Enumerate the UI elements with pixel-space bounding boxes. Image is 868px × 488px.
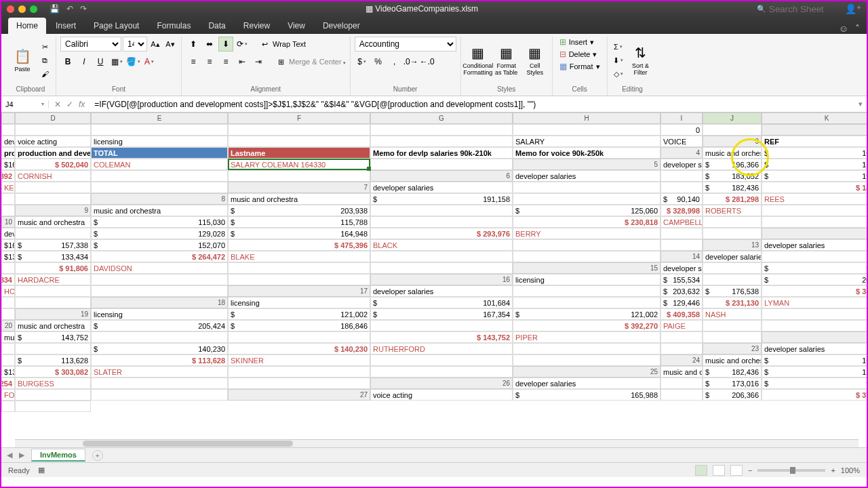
cell[interactable]: $176,538 (703, 285, 762, 297)
col-header[interactable]: H (513, 113, 660, 124)
page-layout-view-icon[interactable] (713, 465, 725, 476)
cell[interactable]: $165,988 (513, 389, 660, 401)
cell[interactable] (513, 124, 660, 136)
paste-button[interactable]: 📋Paste (9, 43, 35, 77)
cell[interactable]: licensing (513, 274, 660, 285)
cell[interactable]: $ 293,976 (370, 228, 513, 239)
align-center-icon[interactable]: ≡ (202, 54, 217, 69)
row-header[interactable]: 14 (660, 251, 703, 262)
cell[interactable] (1, 193, 15, 205)
cell[interactable]: $182,436 (703, 182, 762, 193)
tab-page-layout[interactable]: Page Layout (85, 18, 147, 34)
cell[interactable]: $121,002 (513, 308, 660, 320)
cell[interactable]: developer salaries (703, 251, 762, 262)
cell[interactable] (15, 389, 91, 401)
row-header[interactable]: 5 (513, 159, 660, 170)
active-cell[interactable]: SALARY COLEMAN 164330 (228, 159, 370, 170)
cell[interactable] (228, 274, 370, 285)
cell[interactable] (513, 343, 660, 354)
cell[interactable]: $101,684 (370, 297, 513, 308)
table-header[interactable]: TOTAL (91, 147, 228, 159)
cell[interactable] (370, 366, 513, 378)
row-header[interactable]: 27 (228, 389, 370, 401)
cell[interactable]: $203,632 (660, 285, 703, 297)
cell[interactable] (513, 239, 660, 251)
row-header[interactable]: 15 (513, 262, 660, 274)
cell[interactable]: SKINNER (228, 354, 370, 366)
cell[interactable]: BLACK (370, 239, 513, 251)
row-header[interactable]: 18 (91, 297, 228, 308)
cell[interactable]: $ 524,392 (1, 170, 15, 182)
cell[interactable]: NASH (703, 308, 762, 320)
col-header[interactable]: F (228, 113, 370, 124)
cell[interactable] (703, 124, 762, 136)
horizontal-scrollbar[interactable] (15, 439, 859, 447)
cell[interactable]: $164,948 (228, 228, 370, 239)
tab-developer[interactable]: Developer (315, 18, 368, 34)
cell[interactable]: $ 140,230 (228, 343, 370, 354)
cell[interactable] (91, 331, 228, 343)
comma-icon[interactable]: , (387, 54, 402, 69)
row-header[interactable]: 17 (228, 285, 370, 297)
cell[interactable]: $91,114 (762, 378, 867, 389)
insert-cells-button[interactable]: ⊞Insert ▾ (557, 37, 597, 47)
row-header[interactable]: 23 (703, 343, 762, 354)
cell[interactable] (91, 389, 228, 401)
cell[interactable] (762, 251, 867, 262)
cell[interactable] (91, 378, 228, 389)
cell[interactable] (228, 331, 370, 343)
cell[interactable]: CAMPBELL (660, 216, 703, 228)
cell[interactable]: LYMAN (762, 297, 867, 308)
cell[interactable] (15, 297, 91, 308)
cell[interactable]: developer salaries (370, 285, 513, 297)
row-header[interactable]: 4 (660, 147, 703, 159)
cell[interactable]: $152,070 (91, 239, 228, 251)
cell[interactable]: $183,052 (703, 170, 762, 182)
cell[interactable] (513, 193, 660, 205)
cell[interactable]: $155,534 (762, 159, 867, 170)
expand-formula-icon[interactable]: ▾ (854, 100, 867, 108)
scrollbar-thumb[interactable] (83, 441, 293, 447)
cell[interactable]: music and orchestra (228, 193, 370, 205)
row-header[interactable]: 22 (762, 331, 867, 343)
cell[interactable] (703, 216, 762, 228)
cell[interactable] (1, 308, 15, 320)
select-all-corner[interactable] (1, 113, 15, 124)
row-header[interactable]: 19 (15, 308, 91, 320)
cell[interactable] (762, 308, 867, 320)
cell[interactable]: FORSYTH (1, 389, 15, 401)
maximize-icon[interactable] (30, 5, 37, 13)
underline-button[interactable]: U (93, 54, 108, 69)
cell[interactable] (370, 136, 513, 147)
cell[interactable] (703, 274, 762, 285)
cell[interactable] (370, 320, 513, 331)
cell[interactable]: $191,158 (762, 170, 867, 182)
cell[interactable]: developer salaries (513, 170, 660, 182)
cell[interactable]: voice acting (370, 389, 513, 401)
cell[interactable] (660, 228, 703, 239)
cell[interactable]: $206,366 (703, 389, 762, 401)
cell[interactable]: KELLY (1, 182, 15, 193)
row-header[interactable]: 2 (762, 124, 867, 136)
cell[interactable]: PAIGE (660, 320, 703, 331)
spreadsheet-grid[interactable]: DEFGHIJK102developer salariesvoice actin… (1, 113, 867, 447)
tab-data[interactable]: Data (200, 18, 233, 34)
cell[interactable] (1, 124, 15, 136)
cell[interactable] (228, 366, 370, 378)
cell[interactable] (228, 262, 370, 274)
cell[interactable]: $ 475,396 (228, 239, 370, 251)
cell[interactable]: BLAKE (228, 251, 370, 262)
cell[interactable]: voice acting (15, 136, 91, 147)
cell[interactable] (762, 205, 867, 216)
cell[interactable]: $133,434 (15, 251, 91, 262)
col-header[interactable]: E (91, 113, 228, 124)
increase-font-icon[interactable]: A▴ (149, 38, 162, 50)
cell[interactable]: $165,988 (1, 239, 15, 251)
cut-icon[interactable]: ✂ (38, 41, 52, 53)
cell[interactable] (91, 124, 228, 136)
cell[interactable]: music and orchestra (660, 366, 703, 378)
cell[interactable]: $ 281,298 (703, 193, 762, 205)
undo-icon[interactable]: ↶ (66, 4, 73, 14)
cell[interactable]: $191,158 (370, 193, 513, 205)
page-break-view-icon[interactable] (730, 465, 743, 476)
